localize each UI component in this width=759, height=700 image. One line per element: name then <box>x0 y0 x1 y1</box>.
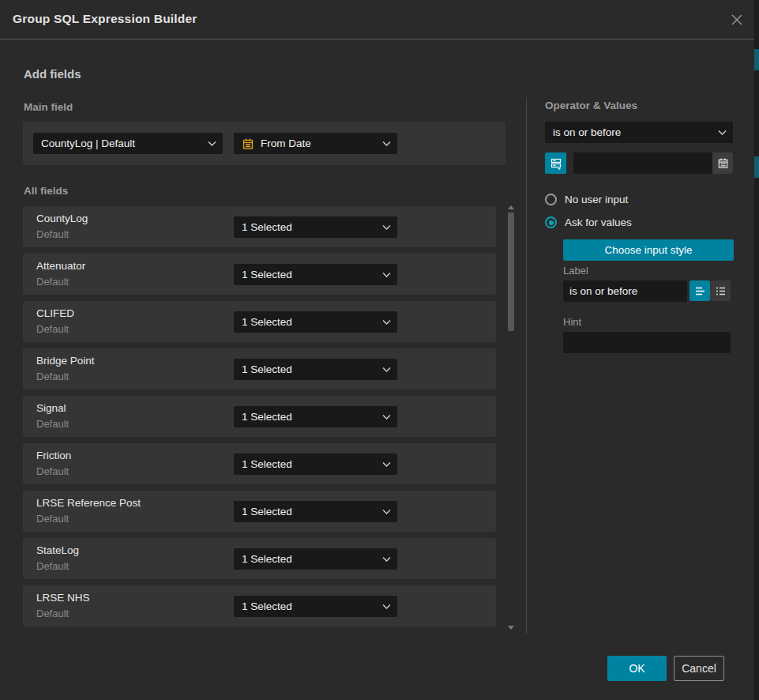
field-values-select[interactable]: 1 Selected <box>234 359 397 380</box>
hint-input[interactable] <box>563 332 731 353</box>
field-subtitle: Default <box>36 608 69 619</box>
layer-select-value: CountyLog | Default <box>41 137 135 149</box>
dialog-title: Group SQL Expression Builder <box>13 12 197 26</box>
hint-field-label: Hint <box>563 316 581 328</box>
chevron-down-icon <box>382 224 391 230</box>
field-subtitle: Default <box>36 276 69 288</box>
field-subtitle: Default <box>36 465 69 477</box>
field-subtitle: Default <box>36 323 69 335</box>
chevron-down-icon <box>382 141 391 146</box>
date-value-input[interactable] <box>573 152 712 174</box>
label-input[interactable] <box>563 280 687 302</box>
field-name: LRSE NHS <box>36 592 90 604</box>
scrollbar-thumb[interactable] <box>508 213 514 331</box>
field-name: Signal <box>36 402 66 414</box>
close-button[interactable] <box>727 9 747 30</box>
field-row: CLIFED Default 1 Selected <box>23 301 496 342</box>
field-values-select[interactable]: 1 Selected <box>234 216 397 238</box>
list-scrollbar[interactable] <box>508 202 514 633</box>
field-values-select-value: 1 Selected <box>242 316 292 328</box>
field-subtitle: Default <box>36 560 69 572</box>
field-values-select-value: 1 Selected <box>242 553 292 565</box>
unique-values-icon <box>550 157 562 170</box>
field-values-select-value: 1 Selected <box>242 458 292 470</box>
field-name: Friction <box>36 450 71 461</box>
field-name: Attenuator <box>36 260 85 272</box>
page-edge-accent <box>754 156 759 178</box>
field-values-select-value: 1 Selected <box>242 363 292 375</box>
chevron-down-icon <box>382 272 391 277</box>
field-values-select[interactable]: 1 Selected <box>234 453 397 475</box>
cancel-button[interactable]: Cancel <box>674 656 724 681</box>
page-edge-accent <box>754 49 759 70</box>
chevron-down-icon <box>382 556 391 562</box>
label-field-label: Label <box>563 265 588 277</box>
field-name: Bridge Point <box>36 355 95 367</box>
chevron-down-icon <box>208 141 216 146</box>
calendar-icon <box>717 157 729 169</box>
field-values-select-value: 1 Selected <box>242 600 292 612</box>
main-field-label: Main field <box>24 101 73 113</box>
field-values-select-value: 1 Selected <box>242 411 292 423</box>
radio-circle-icon <box>545 194 557 205</box>
field-values-select[interactable]: 1 Selected <box>234 264 397 285</box>
calendar-icon <box>242 137 254 150</box>
field-values-select[interactable]: 1 Selected <box>234 311 397 333</box>
field-subtitle: Default <box>36 371 69 382</box>
main-field-select-value: From Date <box>261 137 311 149</box>
field-values-select[interactable]: 1 Selected <box>234 548 397 570</box>
all-fields-label: All fields <box>24 185 68 197</box>
date-picker-button[interactable] <box>712 152 733 174</box>
group-sql-expression-builder-dialog: Group SQL Expression Builder Add fields … <box>0 0 759 700</box>
scroll-up-arrow-icon[interactable] <box>508 205 514 209</box>
unique-values-button[interactable] <box>545 152 566 174</box>
radio-circle-icon <box>545 216 557 228</box>
panel-divider <box>526 97 527 634</box>
field-values-select[interactable]: 1 Selected <box>234 596 397 617</box>
field-row: Friction Default 1 Selected <box>23 443 496 484</box>
input-style-list-button[interactable] <box>710 280 731 301</box>
chevron-down-icon <box>382 414 391 420</box>
chevron-down-icon <box>718 130 727 135</box>
background-page-edge <box>754 0 759 700</box>
list-icon <box>715 285 727 297</box>
ok-button[interactable]: OK <box>607 656 667 681</box>
field-name: CountyLog <box>36 213 88 224</box>
radio-label: No user input <box>565 194 628 205</box>
input-style-text-button[interactable] <box>689 280 710 301</box>
radio-no-user-input[interactable]: No user input <box>545 194 628 205</box>
field-row: StateLog Default 1 Selected <box>23 538 496 579</box>
field-row: Signal Default 1 Selected <box>23 396 496 437</box>
layer-select[interactable]: CountyLog | Default <box>33 133 223 154</box>
main-field-select[interactable]: From Date <box>234 133 397 154</box>
field-values-select[interactable]: 1 Selected <box>234 406 397 427</box>
date-value-field <box>573 152 733 174</box>
field-values-select-value: 1 Selected <box>242 221 292 233</box>
field-name: StateLog <box>36 544 79 556</box>
field-row: Bridge Point Default 1 Selected <box>23 348 496 390</box>
chevron-down-icon <box>382 604 391 609</box>
field-values-select-value: 1 Selected <box>242 269 292 280</box>
operator-select[interactable]: is on or before <box>545 122 733 143</box>
scroll-down-arrow-icon[interactable] <box>508 626 514 630</box>
choose-input-style-button[interactable]: Choose input style <box>563 239 734 261</box>
chevron-down-icon <box>382 319 391 325</box>
radio-label: Ask for values <box>565 216 632 228</box>
field-subtitle: Default <box>36 418 69 430</box>
main-field-panel: CountyLog | Default From Date <box>23 122 505 165</box>
operator-values-label: Operator & Values <box>545 100 637 111</box>
field-subtitle: Default <box>36 513 69 525</box>
chevron-down-icon <box>382 509 391 514</box>
field-name: CLIFED <box>36 307 74 319</box>
field-values-select-value: 1 Selected <box>242 506 292 517</box>
field-subtitle: Default <box>36 228 69 240</box>
chevron-down-icon <box>382 461 391 467</box>
radio-ask-for-values[interactable]: Ask for values <box>545 216 632 228</box>
align-left-icon <box>694 285 706 297</box>
operator-select-value: is on or before <box>553 126 621 138</box>
chevron-down-icon <box>382 367 391 372</box>
add-fields-heading: Add fields <box>24 67 81 81</box>
dialog-titlebar: Group SQL Expression Builder <box>0 0 754 39</box>
field-values-select[interactable]: 1 Selected <box>234 501 397 522</box>
field-row: LRSE NHS Default 1 Selected <box>23 585 496 627</box>
